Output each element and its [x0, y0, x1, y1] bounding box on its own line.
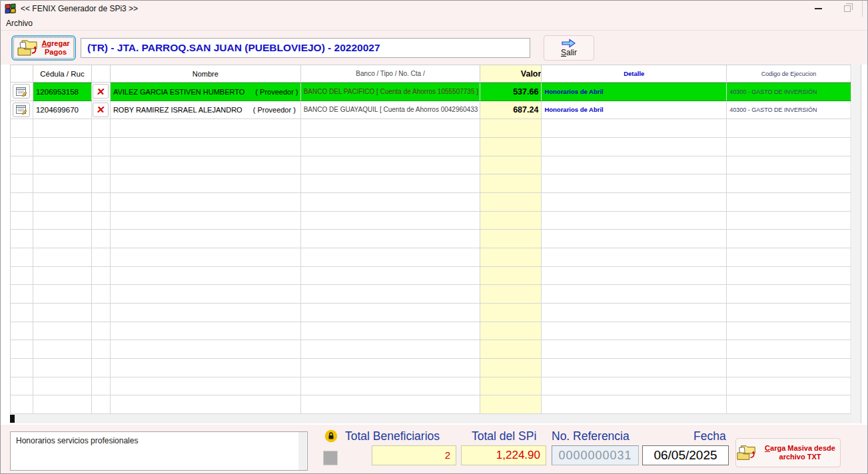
- cell-delete: [92, 285, 111, 304]
- status-square: [323, 451, 338, 465]
- cell-edit: [11, 230, 33, 248]
- delete-row-button[interactable]: ✕: [93, 103, 109, 117]
- cell-detalle: [542, 193, 727, 212]
- cell-banco: [301, 377, 481, 396]
- cell-nombre: [111, 304, 301, 322]
- cell-nombre[interactable]: AVILEZ GARCIA ESTIVEN HUMBERTO( Proveedo…: [111, 83, 301, 101]
- cell-banco[interactable]: BANCO DE GUAYAQUIL [ Cuenta de Ahorros 0…: [301, 101, 481, 120]
- cell-codigo: [727, 304, 851, 322]
- cell-cedula[interactable]: 1206953158: [33, 83, 92, 101]
- header-banco: Banco / Tipo / No. Cta /: [301, 65, 481, 83]
- cell-detalle: [542, 212, 727, 230]
- cell-detalle: [542, 248, 727, 267]
- edit-row-button[interactable]: [13, 84, 30, 99]
- cell-cedula[interactable]: 1204699670: [33, 101, 92, 120]
- cell-banco: [301, 285, 481, 304]
- cell-delete: ✕: [92, 83, 111, 101]
- total-spi-label: Total del SPi: [472, 429, 536, 443]
- notes-scrollbar[interactable]: [298, 432, 306, 470]
- cell-edit: [11, 285, 33, 304]
- table-row: [11, 212, 851, 230]
- fecha-label: Fecha: [693, 429, 726, 443]
- cell-nombre: [111, 248, 301, 267]
- edit-form-icon: [16, 105, 27, 115]
- edit-form-icon: [16, 87, 27, 97]
- add-payments-label: Agregar Pagos: [41, 39, 69, 56]
- cell-codigo: [727, 212, 851, 230]
- cell-codigo: [727, 395, 851, 414]
- cell-detalle: [542, 359, 727, 377]
- cell-valor[interactable]: 687.24: [480, 101, 542, 120]
- cell-nombre: [111, 230, 301, 248]
- referencia-label: No. Referencia: [552, 429, 630, 443]
- add-payments-button[interactable]: Agregar Pagos: [11, 35, 76, 61]
- horizontal-scrollbar-thumb[interactable]: [10, 415, 15, 423]
- table-row: [11, 248, 851, 267]
- menu-item-archivo[interactable]: Archivo: [1, 17, 38, 29]
- fecha-field[interactable]: 06/05/2025: [642, 445, 729, 465]
- title-bar: << FENIX Generador de SPi3 >>: [1, 1, 867, 17]
- notes-textarea[interactable]: Honorarios servicios profesionales: [10, 431, 308, 471]
- cell-codigo: [727, 119, 851, 138]
- cell-nombre: [111, 322, 301, 341]
- exit-button[interactable]: Salir: [544, 35, 594, 61]
- horizontal-scrollbar[interactable]: [10, 414, 853, 423]
- cell-banco[interactable]: BANCO DEL PACIFICO [ Cuenta de Ahorros 1…: [301, 83, 481, 101]
- payments-grid-zone: Cédula / Ruc Nombre Banco / Tipo / No. C…: [1, 65, 867, 425]
- table-body: 1206953158✕AVILEZ GARCIA ESTIVEN HUMBERT…: [11, 83, 851, 414]
- table-row[interactable]: 1204699670✕ROBY RAMIREZ ISRAEL ALEJANDRO…: [11, 101, 851, 120]
- bulk-load-txt-button[interactable]: Carga Masiva desde archivo TXT: [735, 438, 841, 467]
- cell-delete: [92, 119, 111, 138]
- header-detalle: Detalle: [542, 65, 727, 83]
- cell-cedula: [33, 359, 92, 377]
- cell-valor: [480, 119, 542, 138]
- edit-row-button[interactable]: [13, 103, 30, 117]
- table-row: [11, 322, 851, 341]
- cell-banco: [301, 230, 481, 248]
- cell-detalle: [542, 156, 727, 175]
- cell-delete: [92, 193, 111, 212]
- minimize-icon: [815, 8, 822, 9]
- cell-valor: [480, 322, 542, 341]
- cell-delete: [92, 395, 111, 414]
- cell-edit: [11, 377, 33, 396]
- cell-cedula: [33, 138, 92, 156]
- header-cedula: Cédula / Ruc: [33, 65, 92, 83]
- cell-valor: [480, 304, 542, 322]
- cell-nombre: [111, 119, 301, 138]
- table-row: [11, 304, 851, 322]
- close-button-partial[interactable]: [862, 1, 867, 17]
- cell-valor: [480, 359, 542, 377]
- cell-nombre: [111, 156, 301, 175]
- beneficiary-type: ( Proveedor ): [253, 106, 296, 114]
- vertical-scrollbar[interactable]: [852, 65, 861, 423]
- cell-detalle: [542, 267, 727, 286]
- maximize-button[interactable]: [833, 1, 862, 17]
- exit-arrow-icon: [562, 39, 576, 48]
- cell-banco: [301, 359, 481, 377]
- cell-detalle: [542, 304, 727, 322]
- cell-codigo: [727, 174, 851, 193]
- cell-codigo[interactable]: 40300 - GASTO DE INVERSIÓN: [727, 83, 851, 101]
- table-row[interactable]: 1206953158✕AVILEZ GARCIA ESTIVEN HUMBERT…: [11, 83, 851, 101]
- entity-title-field[interactable]: (TR) - JTA. PARROQ.SAN JUAN (PUEBLOVIEJO…: [81, 38, 530, 58]
- minimize-button[interactable]: [803, 1, 833, 17]
- cell-codigo[interactable]: 40300 - GASTO DE INVERSIÓN: [727, 101, 851, 120]
- cell-detalle[interactable]: Honorarios de Abril: [542, 83, 727, 101]
- cell-codigo: [727, 377, 851, 396]
- delete-x-icon: ✕: [96, 87, 106, 97]
- cell-codigo: [727, 322, 851, 341]
- cell-edit: [11, 212, 33, 230]
- cell-codigo: [727, 267, 851, 286]
- cell-detalle[interactable]: Honorarios de Abril: [542, 101, 727, 120]
- cell-edit: [11, 267, 33, 286]
- footer-panel: Honorarios servicios profesionales Total…: [1, 425, 867, 474]
- cell-nombre: [111, 377, 301, 396]
- cell-valor[interactable]: 537.66: [480, 83, 542, 101]
- cell-nombre[interactable]: ROBY RAMIREZ ISRAEL ALEJANDRO( Proveedor…: [111, 101, 301, 120]
- cell-codigo: [727, 248, 851, 267]
- cell-cedula: [33, 174, 92, 193]
- cell-edit: [11, 138, 33, 156]
- delete-row-button[interactable]: ✕: [93, 84, 109, 99]
- cell-delete: [92, 377, 111, 396]
